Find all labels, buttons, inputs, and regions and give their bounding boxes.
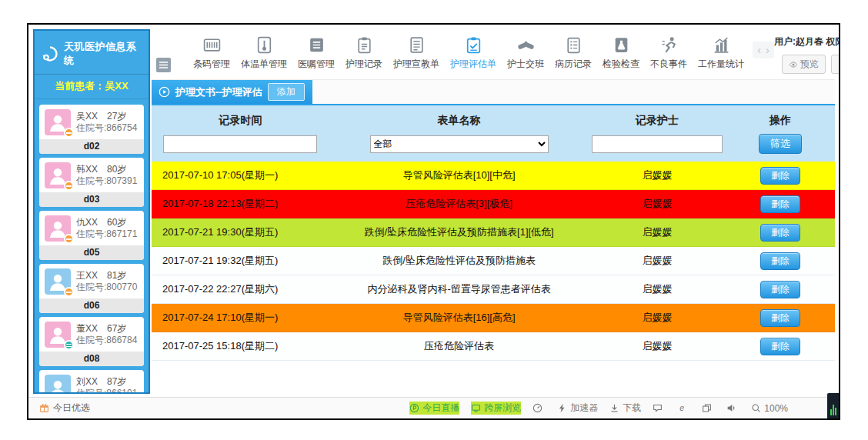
record-nurse: 启媛媛 — [589, 254, 726, 268]
table-header: 记录时间 表单名称 记录护士 操作 全部 筛选 — [152, 105, 835, 162]
menu-toggle-button[interactable] — [156, 58, 171, 72]
statusbar-item[interactable]: 跨屏浏览 — [471, 402, 521, 415]
ie-icon — [677, 403, 687, 413]
patient-card[interactable]: 仇XX 60岁 住院号:867171 d05 — [39, 211, 144, 260]
daily-picks-label: 今日优选 — [53, 402, 90, 415]
education-icon — [407, 35, 426, 55]
patient-card[interactable]: 董XX 67岁 住院号:866784 d08 — [39, 317, 144, 366]
record-icon — [355, 35, 374, 55]
nurse-filter-input[interactable] — [592, 135, 723, 153]
toolbar-item[interactable]: 医嘱管理 — [292, 34, 340, 72]
equalizer-widget[interactable] — [827, 393, 839, 418]
statusbar-item[interactable] — [532, 403, 546, 413]
patient-age: 80岁 — [107, 164, 126, 175]
toolbar-item-label: 工作量统计 — [698, 58, 744, 71]
delete-button[interactable]: 删除 — [760, 224, 800, 242]
statusbar-item[interactable]: 100% — [751, 403, 788, 414]
filter-button[interactable]: 筛选 — [759, 134, 802, 154]
tab-nursing-assessment[interactable]: 护理文书--护理评估 添加 — [152, 80, 312, 104]
current-patient-label: 当前患者：吴XX — [35, 74, 149, 99]
add-button[interactable]: 添加 — [268, 83, 305, 101]
statusbar-item[interactable]: 下载 — [609, 402, 641, 415]
toolbar-item[interactable]: 护理评估单 — [445, 34, 502, 72]
toolbar-item-label: 不良事件 — [650, 58, 687, 71]
toolbar-item-label: 护理宣教单 — [393, 58, 439, 71]
toolbar-next-button[interactable]: › — [766, 46, 770, 54]
form-name: 压疮危险评估表[3][极危] — [329, 197, 589, 211]
form-name: 跌倒/坠床危险性评估及预防措施表 — [329, 254, 589, 268]
statusbar-item[interactable] — [702, 403, 715, 413]
toolbar-item[interactable]: 护理记录 — [340, 34, 388, 72]
user-info: 用户:赵月春 权限:老年病科病区|护士 — [774, 35, 840, 48]
form-name: 跌倒/坠床危险性评估及预防措施表[1][低危] — [329, 225, 589, 239]
status-badge — [64, 181, 74, 191]
hamburger-icon — [156, 58, 171, 72]
content-row: 天玑医护信息系统 当前患者：吴XX 吴XX — [28, 25, 839, 394]
toolbar-item[interactable]: 检验检查 — [597, 34, 645, 72]
delete-button[interactable]: 删除 — [760, 309, 800, 327]
daily-picks-link[interactable]: 今日优选 — [39, 402, 90, 415]
form-filter-select[interactable]: 全部 — [370, 135, 549, 153]
bed-number: d05 — [39, 245, 144, 260]
toolbar-item[interactable]: 体温单管理 — [235, 34, 292, 72]
admission-number: 住院号:800770 — [76, 282, 137, 293]
main-area: 条码管理 体温单管理 医嘱管理 护理记录 护理宣教单 — [150, 29, 835, 394]
user-action-button[interactable]: 打印 — [831, 55, 840, 74]
admission-number: 住院号:866784 — [76, 335, 137, 346]
patient-card[interactable]: 刘XX 87岁 住院号:866101 d12 — [39, 370, 144, 392]
logo-row: 天玑医护信息系统 — [35, 31, 149, 74]
delete-button[interactable]: 删除 — [760, 167, 800, 185]
delete-button[interactable]: 删除 — [760, 281, 800, 298]
patient-card[interactable]: 韩XX 80岁 住院号:807391 d03 — [39, 158, 144, 207]
status-badge — [64, 287, 74, 297]
patient-name: 刘XX — [76, 376, 98, 388]
patient-age: 60岁 — [107, 217, 126, 228]
delete-button[interactable]: 删除 — [760, 195, 800, 213]
toolbar-pager: ‹ › — [753, 42, 774, 58]
patient-avatar — [45, 322, 71, 348]
statusbar-item-label: 100% — [764, 403, 788, 414]
status-badge — [64, 234, 74, 244]
toolbar-item[interactable]: 工作量统计 — [693, 34, 749, 72]
thermometer-icon — [255, 35, 274, 55]
table-row: 2017-07-21 19:30(星期五) 跌倒/坠床危险性评估及预防措施表[1… — [152, 218, 835, 247]
table-row: 2017-07-22 22:27(星期六) 内分泌科及肾内科-留置导尿管患者评估… — [152, 275, 835, 304]
speed-icon — [532, 403, 542, 413]
statusbar-item[interactable] — [677, 403, 690, 413]
patient-avatar — [45, 268, 71, 295]
statusbar-item[interactable]: 今日直播 — [409, 402, 459, 415]
filter-row: 全部 筛选 — [152, 132, 835, 162]
form-name: 导管风险评估表[10][中危] — [329, 168, 589, 182]
speaker-icon — [726, 403, 736, 413]
toolbar-prev-button[interactable]: ‹ — [757, 46, 761, 54]
column-header-action: 操作 — [726, 108, 835, 132]
status-badge — [64, 128, 74, 138]
toolbar-item[interactable]: 不良事件 — [645, 34, 693, 72]
patient-age: 81岁 — [107, 270, 126, 282]
adverse-event-icon — [659, 35, 679, 55]
patient-card[interactable]: 吴XX 27岁 住院号:866754 d02 — [39, 105, 144, 154]
patient-card[interactable]: 王XX 81岁 住院号:800770 d06 — [39, 264, 144, 313]
statusbar-item-label: 今日直播 — [422, 402, 459, 415]
delete-button[interactable]: 删除 — [760, 338, 800, 355]
toolbar-item[interactable]: 护士交班 — [502, 34, 549, 72]
statusbar-item[interactable]: 加速器 — [557, 402, 598, 415]
statusbar-item[interactable] — [653, 403, 666, 413]
toolbar-item[interactable]: 条码管理 — [188, 34, 235, 72]
live-icon — [409, 403, 419, 413]
record-time: 2017-07-24 17:10(星期一) — [152, 311, 329, 325]
toolbar-item[interactable]: 病历记录 — [549, 34, 597, 72]
lab-icon — [612, 35, 631, 55]
column-header-form: 表单名称 — [329, 108, 589, 132]
delete-button[interactable]: 删除 — [760, 252, 800, 270]
record-nurse: 启媛媛 — [589, 311, 726, 325]
patient-avatar — [45, 375, 71, 392]
column-header-time: 记录时间 — [152, 108, 329, 132]
module-toolbar: 条码管理 体温单管理 医嘱管理 护理记录 护理宣教单 — [188, 34, 749, 72]
time-filter-input[interactable] — [163, 135, 317, 153]
statusbar-item[interactable] — [726, 403, 739, 413]
user-action-button[interactable]: 预览 — [782, 55, 826, 74]
toolbar-item[interactable]: 护理宣教单 — [388, 34, 445, 72]
admission-number: 住院号:866754 — [76, 122, 137, 134]
record-nurse: 启媛媛 — [589, 225, 726, 239]
